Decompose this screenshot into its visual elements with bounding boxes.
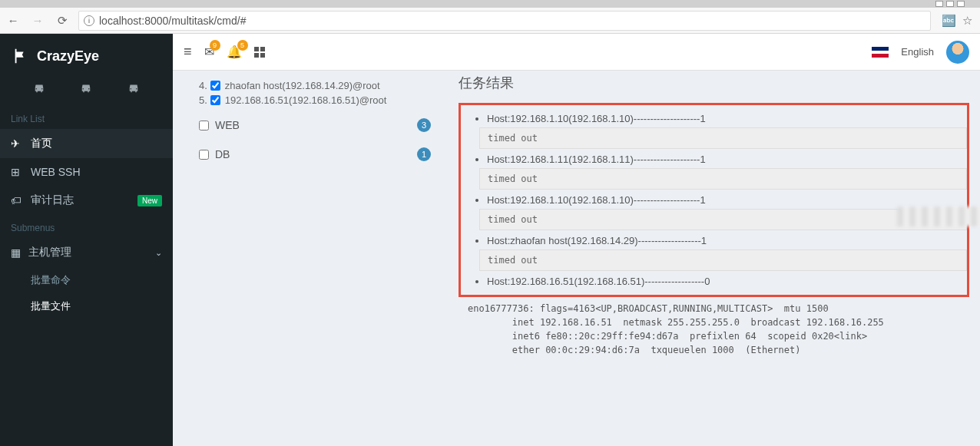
nav-batchfile[interactable]: 批量文件 [0, 293, 173, 319]
result-header: Host:192.168.1.11(192.168.1.11)---------… [487, 154, 961, 165]
group-db[interactable]: DB 1 [190, 137, 435, 166]
back-button[interactable]: ← [5, 12, 22, 29]
quick-icons [0, 75, 173, 106]
sidebar: CrazyEye Link List ✈ 首页 ⊞ WEB SSH 🏷 审计日志… [0, 34, 173, 446]
row-num: 4. [199, 80, 207, 91]
group-checkbox[interactable] [199, 121, 209, 130]
results-title: 任务结果 [459, 74, 969, 92]
nav-home[interactable]: ✈ 首页 [0, 129, 173, 158]
result-item: Host:192.168.1.10(192.168.1.10)---------… [487, 194, 961, 230]
star-icon[interactable]: ☆ [962, 14, 972, 28]
topbar: ≡ ✉9 🔔5 English [173, 34, 980, 71]
bell-icon[interactable]: 🔔5 [227, 45, 242, 59]
section-submenus: Submenus [0, 215, 173, 238]
car-icon[interactable] [31, 81, 48, 95]
nav-hostmgmt-label: 主机管理 [28, 246, 71, 259]
avatar[interactable] [946, 41, 969, 64]
host-row-4: 4. zhaofan host(192.168.14.29)@root [190, 78, 435, 93]
max-icon[interactable] [946, 1, 954, 7]
flag-uk-icon[interactable] [872, 47, 889, 58]
bell-badge: 5 [237, 40, 248, 51]
plane-icon: ✈ [11, 137, 23, 150]
window-controls [0, 0, 980, 8]
group-count: 1 [417, 147, 431, 161]
grid-icon: ▦ [11, 246, 21, 259]
host-panel: 4. zhaofan host(192.168.14.29)@root 5. 1… [190, 71, 435, 446]
result-output: timed out [479, 168, 967, 190]
host-checkbox[interactable] [210, 95, 220, 105]
dashboard-icon: ⊞ [11, 166, 23, 178]
nav-webssh-label: WEB SSH [31, 166, 81, 178]
car-icon[interactable] [125, 81, 142, 95]
row-num: 5. [199, 94, 207, 106]
brand[interactable]: CrazyEye [0, 43, 173, 75]
flag-icon [12, 48, 29, 64]
tag-icon: 🏷 [11, 194, 23, 206]
nav-audit-label: 审计日志 [31, 193, 74, 207]
mail-badge: 9 [210, 40, 220, 51]
host-row-5: 5. 192.168.16.51(192.168.16.51)@root [190, 93, 435, 107]
chevron-down-icon: ⌄ [155, 248, 162, 258]
close-win-icon[interactable] [957, 1, 965, 7]
min-icon[interactable] [935, 1, 943, 7]
car-icon[interactable] [78, 81, 94, 95]
nav-webssh[interactable]: ⊞ WEB SSH [0, 158, 173, 186]
nav-audit[interactable]: 🏷 审计日志 New [0, 186, 173, 215]
apps-icon[interactable] [254, 47, 265, 58]
group-count: 3 [417, 118, 431, 132]
group-checkbox[interactable] [199, 150, 209, 160]
menu-toggle-icon[interactable]: ≡ [184, 44, 192, 60]
result-header: Host:zhaofan host(192.168.14.29)--------… [487, 235, 961, 246]
nav-batchcmd[interactable]: 批量命令 [0, 267, 173, 293]
reload-button[interactable]: ⟳ [54, 12, 71, 29]
result-output: timed out [479, 249, 967, 271]
host-checkbox[interactable] [210, 81, 220, 91]
site-info-icon[interactable]: i [84, 15, 94, 26]
group-label: WEB [215, 119, 240, 131]
result-item: Host:192.168.16.51(192.168.16.51)-------… [487, 276, 961, 287]
result-header: Host:192.168.16.51(192.168.16.51)-------… [487, 276, 961, 287]
url-input[interactable]: i localhost:8000/multitask/cmd/# [78, 11, 931, 31]
result-header: Host:192.168.1.10(192.168.1.10)---------… [487, 194, 961, 206]
result-output: timed out [479, 127, 967, 149]
nav-home-label: 首页 [31, 137, 52, 150]
result-item: Host:192.168.1.10(192.168.1.10)---------… [487, 113, 961, 149]
mail-icon[interactable]: ✉9 [204, 45, 214, 59]
result-item: Host:192.168.1.11(192.168.1.11)---------… [487, 154, 961, 190]
group-web[interactable]: WEB 3 [190, 107, 435, 137]
address-bar: ← → ⟳ i localhost:8000/multitask/cmd/# 🔤… [0, 8, 980, 34]
group-label: DB [215, 148, 230, 160]
result-header: Host:192.168.1.10(192.168.1.10)---------… [487, 113, 961, 124]
main: ≡ ✉9 🔔5 English 4. zhaofan host(192.168.… [173, 34, 980, 446]
host-text: zhaofan host(192.168.14.29)@root [225, 80, 380, 91]
results-highlight-box: Host:192.168.1.10(192.168.1.10)---------… [459, 103, 969, 297]
new-badge: New [137, 195, 162, 206]
result-output: timed out [479, 209, 967, 230]
brand-text: CrazyEye [37, 48, 99, 64]
section-linklist: Link List [0, 106, 173, 129]
language-label[interactable]: English [901, 46, 934, 58]
results-panel: 任务结果 Host:192.168.1.10(192.168.1.10)----… [459, 71, 969, 446]
nav-hostmgmt[interactable]: ▦ 主机管理 ⌄ [0, 238, 173, 267]
translate-icon[interactable]: 🔤 [942, 14, 956, 28]
host-text: 192.168.16.51(192.168.16.51)@root [225, 94, 387, 106]
network-output: eno16777736: flags=4163<UP,BROADCAST,RUN… [459, 302, 969, 357]
forward-button: → [29, 12, 46, 29]
url-text: localhost:8000/multitask/cmd/# [99, 15, 246, 27]
result-item: Host:zhaofan host(192.168.14.29)--------… [487, 235, 961, 271]
redacted-region [897, 206, 980, 226]
